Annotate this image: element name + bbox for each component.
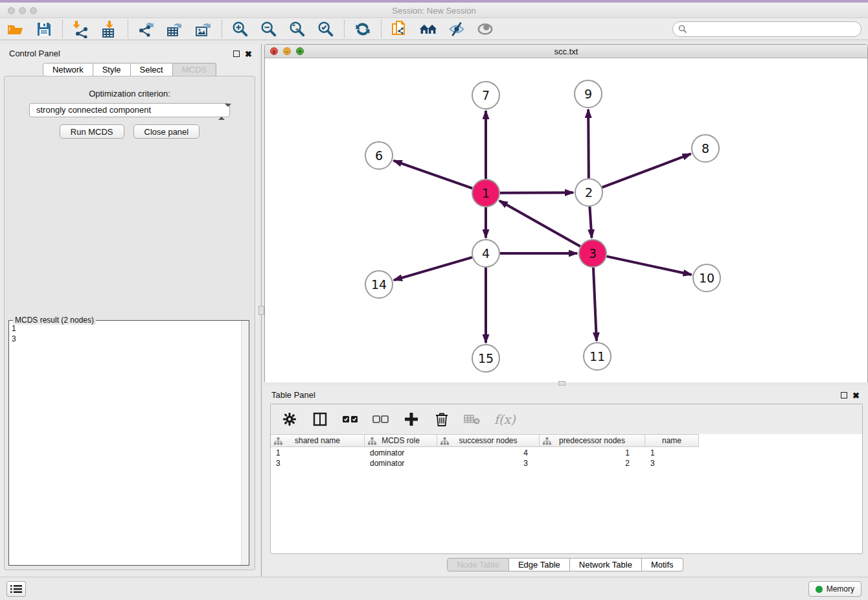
column-header-predecessor-nodes[interactable]: predecessor nodes	[540, 435, 645, 446]
tab-node-table[interactable]: Node Table	[447, 558, 509, 571]
close-panel-icon[interactable]: ✖	[245, 49, 252, 59]
table-row[interactable]: 3 dominator 3 2 3	[271, 458, 862, 468]
zoom-selected-icon[interactable]	[317, 20, 335, 38]
graph-node-3[interactable]: 3	[579, 240, 606, 267]
close-panel-button[interactable]: Close panel	[133, 124, 200, 139]
tab-style[interactable]: Style	[93, 63, 131, 76]
memory-button[interactable]: Memory	[808, 581, 862, 597]
show-column-panel-icon[interactable]	[312, 411, 328, 428]
select-all-icon[interactable]	[342, 411, 359, 428]
graph-node-label: 11	[589, 349, 605, 363]
graph-edge-4-14[interactable]	[394, 257, 472, 280]
graph-node-9[interactable]: 9	[575, 80, 602, 108]
save-icon[interactable]	[35, 20, 53, 38]
control-panel-tabs: Network Style Select MCDS	[0, 63, 259, 76]
graph-node-label: 15	[478, 351, 494, 365]
tab-network[interactable]: Network	[43, 63, 93, 76]
flatten-icon	[440, 437, 449, 445]
graph-node-10[interactable]: 10	[693, 264, 720, 292]
export-network-icon[interactable]	[137, 20, 155, 38]
home-icon[interactable]	[419, 20, 437, 38]
graph-node-14[interactable]: 14	[365, 271, 393, 298]
cell-predecessor-nodes: 2	[540, 458, 645, 468]
import-table-icon[interactable]	[100, 20, 119, 38]
graph-node-label: 1	[482, 186, 490, 200]
cell-successor-nodes: 4	[437, 448, 540, 458]
add-column-icon[interactable]	[403, 411, 420, 428]
graph-node-11[interactable]: 11	[584, 343, 611, 370]
graph-edge-2-3[interactable]	[589, 207, 591, 238]
graph-node-label: 7	[482, 88, 490, 102]
main-toolbar	[0, 18, 868, 40]
flatten-icon	[543, 437, 551, 445]
list-icon	[10, 584, 22, 594]
graph-edge-1-6[interactable]	[394, 161, 473, 189]
column-header-successor-nodes[interactable]: successor nodes	[437, 435, 540, 446]
graph-node-2[interactable]: 2	[575, 179, 602, 206]
mcds-result-item: 3	[12, 334, 240, 344]
delete-column-icon[interactable]	[433, 411, 450, 428]
tab-motifs[interactable]: Motifs	[642, 558, 683, 571]
graph-node-8[interactable]: 8	[692, 135, 719, 162]
function-builder-icon[interactable]: f(x)	[494, 412, 516, 426]
network-canvas[interactable]: 1234678910111415	[265, 59, 867, 382]
graph-node-7[interactable]: 7	[472, 82, 499, 109]
mcds-result-list: 1 3	[12, 323, 240, 344]
optimization-criterion-select[interactable]: strongly connected component	[29, 103, 230, 117]
graph-edge-1-2[interactable]	[500, 192, 573, 193]
optimization-criterion-label: Optimization criterion:	[5, 89, 255, 98]
tab-edge-table[interactable]: Edge Table	[509, 558, 570, 571]
graph-edge-2-9[interactable]	[588, 110, 589, 178]
result-scrollbar[interactable]	[241, 321, 249, 565]
cell-shared-name: 3	[271, 458, 365, 468]
graph-edge-3-10[interactable]	[607, 257, 692, 275]
graph-node-label: 3	[589, 246, 597, 260]
column-header-shared-name[interactable]: shared name	[271, 435, 365, 446]
table-header-row: shared name MCDS role successor nodes pr…	[271, 434, 699, 447]
task-history-button[interactable]	[6, 581, 26, 597]
delete-table-icon[interactable]	[464, 411, 481, 428]
cell-shared-name: 1	[271, 448, 365, 458]
table-row[interactable]: 1 dominator 4 1 1	[271, 448, 862, 458]
tab-mcds[interactable]: MCDS	[173, 63, 216, 76]
search-input[interactable]	[687, 23, 861, 35]
vertical-splitter-handle[interactable]	[258, 306, 264, 315]
column-header-mcds-role[interactable]: MCDS role	[365, 435, 437, 446]
graph-edge-3-1[interactable]	[499, 201, 580, 246]
float-table-panel-icon[interactable]	[841, 392, 847, 398]
settings-gear-icon[interactable]	[281, 411, 298, 428]
float-panel-icon[interactable]	[233, 51, 240, 57]
import-network-icon[interactable]	[72, 20, 90, 38]
search-field[interactable]	[672, 21, 862, 37]
window-title: Session: New Session	[0, 6, 868, 16]
open-folder-icon[interactable]	[6, 20, 25, 38]
graph-node-1[interactable]: 1	[472, 179, 499, 207]
zoom-in-icon[interactable]	[231, 20, 249, 38]
column-header-name[interactable]: name	[645, 435, 699, 446]
graph-edge-2-8[interactable]	[602, 154, 691, 187]
mcds-panel: Optimization criterion: strongly connect…	[4, 76, 255, 570]
show-graphics-icon[interactable]	[476, 20, 494, 38]
tab-network-table[interactable]: Network Table	[570, 558, 642, 571]
export-image-icon[interactable]	[194, 20, 212, 38]
zoom-fit-icon[interactable]	[288, 20, 306, 38]
unselect-all-icon[interactable]	[372, 411, 389, 428]
refresh-icon[interactable]	[354, 20, 372, 38]
table-panel-tabs: Node Table Edge Table Network Table Moti…	[262, 558, 868, 571]
graph-node-6[interactable]: 6	[365, 142, 393, 169]
close-table-panel-icon[interactable]: ✖	[852, 391, 860, 400]
zoom-out-icon[interactable]	[260, 20, 278, 38]
graph-node-label: 8	[702, 141, 709, 156]
tab-select[interactable]: Select	[131, 63, 173, 76]
graph-node-15[interactable]: 15	[472, 345, 499, 372]
export-table-icon[interactable]	[166, 20, 184, 38]
control-panel-title: Control Panel	[9, 49, 60, 58]
table-panel-title: Table Panel	[271, 390, 315, 400]
run-mcds-button[interactable]: Run MCDS	[60, 124, 124, 139]
network-view-window: x − + scc.txt 1234678910111415	[264, 44, 868, 382]
hide-graphics-icon[interactable]	[448, 20, 466, 38]
graph-node-4[interactable]: 4	[472, 240, 499, 267]
graph-edge-3-11[interactable]	[593, 268, 597, 341]
horizontal-splitter-handle[interactable]	[558, 381, 565, 386]
duplicate-network-icon[interactable]	[391, 20, 409, 38]
